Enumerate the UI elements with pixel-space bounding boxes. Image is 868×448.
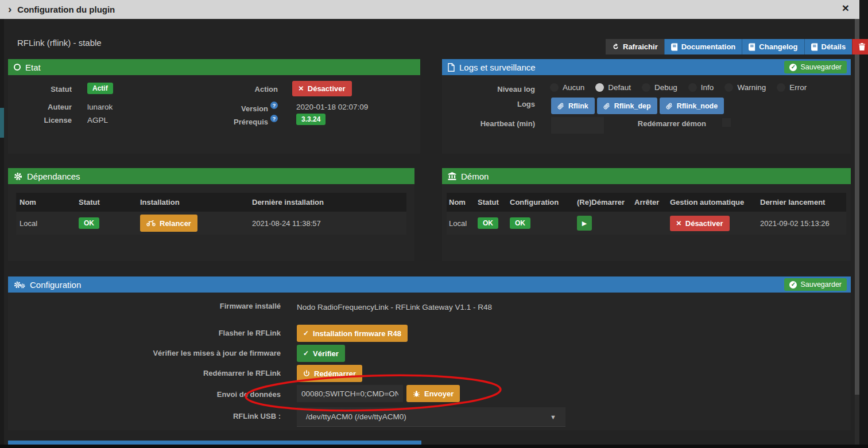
power-icon [303,370,310,377]
modal-titlebar: › Configuration du plugin × [0,0,859,19]
power-ring-icon [14,64,21,71]
gear-icon [14,172,22,181]
log-file-buttons: Rflink Rflink_dep Rflink_node [551,98,724,114]
logs-save-button[interactable]: ✓ Sauvegarder [784,61,847,73]
refresh-button[interactable]: Rafraichir [606,39,664,54]
changelog-button[interactable]: Changelog [742,39,804,54]
daemon-status-badge: OK [478,217,498,229]
daemon-panel: Démon Nom Statut Configuration (Re)Démar… [442,168,851,261]
radio-label: Info [701,83,714,92]
dependencies-title: Dépendances [27,172,80,181]
daemon-title: Démon [461,172,489,181]
radio-label: Debug [654,83,677,92]
chevron-right-icon: › [8,3,11,15]
usb-port-select[interactable]: /dev/ttyACM0 (/dev/ttyACM0) ▼ [297,407,565,427]
bank-icon [448,172,456,180]
logs-files-label: Logs [442,100,535,108]
log-rflink-node-label: Rflink_node [677,102,718,110]
start-daemon-button[interactable]: ▶ [577,216,592,231]
relaunch-dependencies-button[interactable]: Relancer [140,215,197,232]
paperclip-icon [557,103,564,110]
usb-port-label: RFLink USB : [8,412,281,420]
check-icon: ✓ [303,349,309,357]
daemon-header: Démon [442,168,851,184]
close-icon[interactable]: × [842,1,849,15]
radio-label: Defaut [608,83,631,92]
details-button[interactable]: Détails [804,39,852,54]
send-data-button[interactable]: Envoyer [406,385,460,402]
logs-body: Niveau log Aucun Defaut Debug Info Warni… [442,75,851,154]
verify-firmware-label: Vérifier [313,349,339,358]
trash-icon [859,43,865,50]
radio-icon [642,83,650,92]
disable-auto-label: Désactiver [685,219,723,228]
radio-icon [688,83,697,92]
col-arreter: Arrêter [632,198,668,207]
verify-firmware-button[interactable]: ✓ Vérifier [297,345,345,362]
dependencies-header: Dépendances [8,168,414,184]
log-level-label: Niveau log [442,85,535,94]
plugin-configuration-page: › Configuration du plugin × RFLink (rfli… [0,0,868,448]
radio-icon [777,83,785,92]
delete-button[interactable]: Supprimer [852,39,868,54]
daemon-table: Nom Statut Configuration (Re)Démarrer Ar… [447,193,846,235]
prerequis-badge: 3.3.24 [296,114,326,125]
logs-save-label: Sauvegarder [800,63,842,71]
log-level-defaut[interactable]: Defaut [595,83,631,92]
log-level-aucun[interactable]: Aucun [550,83,584,92]
bottom-edge [0,445,868,448]
daemon-name: Local [447,219,475,228]
details-label: Détails [822,42,846,51]
logs-header: Logs et surveillance ✓ Sauvegarder [442,59,851,75]
x-icon: × [299,84,304,92]
next-section-header-edge [8,441,421,445]
disable-auto-management-button[interactable]: × Désactiver [670,216,730,231]
license-label: License [8,116,72,124]
statut-badge: Actif [87,83,113,94]
etat-body: Statut Actif Auteur lunarok License AGPL… [8,75,420,154]
check-circle-icon: ✓ [789,281,797,289]
dep-status-badge: OK [79,217,99,229]
documentation-button[interactable]: Documentation [664,39,742,54]
configuration-save-button[interactable]: ✓ Sauvegarder [784,278,847,291]
log-level-debug[interactable]: Debug [642,83,677,92]
firmware-label: Firmware installé [8,302,281,310]
log-level-warning[interactable]: Warning [724,83,766,92]
send-data-label: Envoi de données [8,390,281,399]
log-rflink-dep-label: Rflink_dep [614,102,651,110]
dependencies-panel: Dépendances Nom Statut Installation Dern… [8,168,414,261]
configuration-body: Firmware installé Nodo RadioFrequencyLin… [8,293,851,430]
log-level-info[interactable]: Info [688,83,714,92]
send-data-input[interactable] [297,385,403,402]
motorcycle-icon [146,220,156,227]
book-icon [749,43,755,51]
etat-panel: Etat Statut Actif Auteur lunarok License… [8,59,420,154]
send-data-button-label: Envoyer [424,389,454,398]
install-firmware-button[interactable]: ✓ Installation firmware R48 [297,325,408,342]
restart-rflink-button[interactable]: Redémarrer [297,365,362,382]
dependencies-body: Nom Statut Installation Dernière install… [8,184,414,261]
daemon-restart-cell: ▶ [575,216,632,231]
check-updates-label: Vérifier les mises à jour de firmware [8,349,281,357]
prerequis-label-text: Prérequis [234,118,268,126]
help-icon[interactable]: ? [270,115,278,122]
dep-status-cell: OK [75,217,137,229]
daemon-config-badge: OK [510,217,530,229]
page-title: RFLink (rflink) - stable [17,38,102,48]
deactivate-plugin-button[interactable]: × Désactiver [292,81,352,96]
dep-name: Local [16,219,75,228]
log-rflink-dep-button[interactable]: Rflink_dep [597,98,657,114]
log-rflink-button[interactable]: Rflink [551,98,595,114]
col-derniere-installation: Dernière installation [249,198,406,207]
restart-daemon-checkbox[interactable] [722,118,731,127]
firmware-value: Nodo RadioFrequencyLink - RFLink Gateway… [297,301,495,313]
log-rflink-node-button[interactable]: Rflink_node [660,98,724,114]
log-level-error[interactable]: Error [777,83,807,92]
radio-icon [550,83,559,92]
dep-last-install: 2021-08-24 11:38:57 [249,219,406,228]
heartbeat-input[interactable] [551,117,604,134]
plugin-toolbar: Rafraichir Documentation Changelog Détai… [606,39,868,54]
help-icon[interactable]: ? [270,102,278,109]
scrollbar-thumb[interactable] [855,19,859,395]
configuration-save-label: Sauvegarder [800,281,842,289]
